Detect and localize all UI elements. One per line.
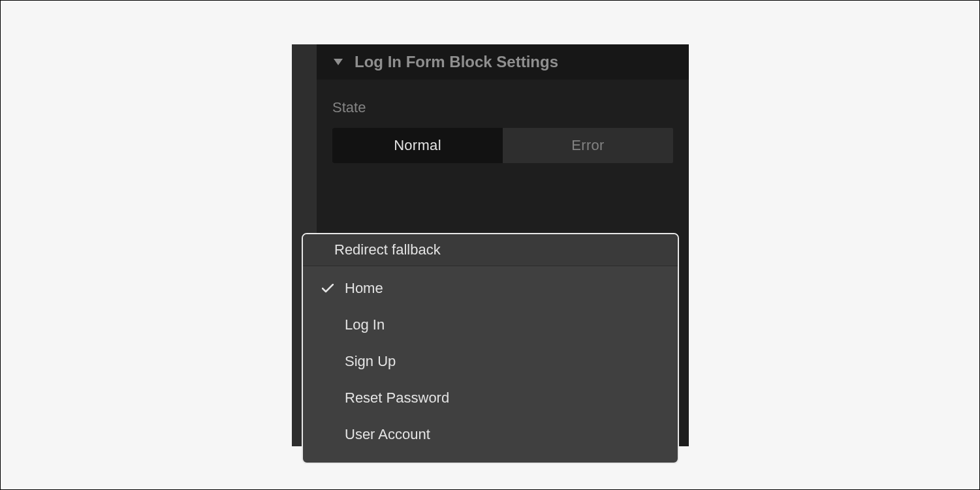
dropdown-item-user-account[interactable]: User Account	[303, 416, 678, 453]
dropdown-item-sign-up[interactable]: Sign Up	[303, 343, 678, 380]
dropdown-item-label: Sign Up	[345, 353, 662, 370]
dropdown-item-label: Home	[345, 280, 662, 297]
dropdown-item-label: Reset Password	[345, 390, 662, 406]
stage: Log In Form Block Settings State Normal …	[0, 0, 980, 490]
panel-header[interactable]: Log In Form Block Settings	[317, 44, 689, 80]
dropdown-header: Redirect fallback	[303, 234, 678, 266]
dropdown-item-reset-password[interactable]: Reset Password	[303, 380, 678, 416]
dropdown-item-label: Log In	[345, 316, 662, 333]
dropdown-item-home[interactable]: Home	[303, 270, 678, 307]
state-option-normal[interactable]: Normal	[332, 128, 503, 163]
state-option-error[interactable]: Error	[503, 128, 673, 163]
dropdown-item-label: User Account	[345, 426, 662, 443]
check-icon	[319, 284, 337, 293]
redirect-fallback-dropdown[interactable]: Redirect fallback Home Log In Sign Up Re…	[302, 233, 679, 464]
state-toggle[interactable]: Normal Error	[332, 128, 673, 163]
dropdown-list: Home Log In Sign Up Reset Password User …	[303, 266, 678, 461]
state-section: State Normal Error	[317, 80, 689, 163]
panel-title: Log In Form Block Settings	[355, 53, 558, 71]
svg-marker-0	[334, 59, 343, 65]
state-label: State	[332, 99, 673, 116]
dropdown-item-log-in[interactable]: Log In	[303, 307, 678, 343]
chevron-down-icon[interactable]	[332, 56, 344, 68]
